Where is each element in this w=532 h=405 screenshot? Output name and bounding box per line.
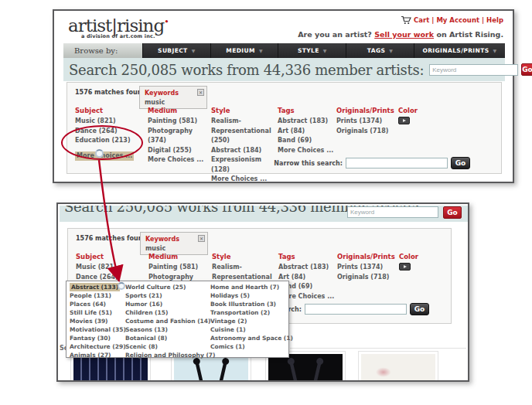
artwork-thumbnail[interactable] — [358, 351, 438, 382]
dropdown-item[interactable]: Seasons (13) — [125, 325, 215, 334]
filter-item[interactable]: Band (69) — [278, 136, 336, 146]
keyword-search-input[interactable] — [347, 206, 438, 218]
filter-item[interactable]: Realism-Representational (250) — [211, 117, 276, 146]
filter-item[interactable]: Music (821) — [75, 117, 143, 127]
tags-more-choices-link[interactable]: More Choices ... — [278, 146, 336, 156]
tags-menu-button[interactable]: TAGS▼ — [346, 43, 414, 58]
dropdown-item[interactable]: Architecture (29) — [70, 342, 126, 351]
cart-icon[interactable] — [401, 15, 411, 25]
filter-item[interactable]: Abstract (184) — [211, 146, 276, 156]
narrow-search-input[interactable] — [346, 158, 448, 168]
color-picker-icon[interactable] — [399, 263, 411, 271]
narrow-go-button[interactable]: Go — [410, 303, 429, 315]
banner-pre: Are you an artist? — [298, 30, 372, 39]
narrow-go-button[interactable]: Go — [451, 157, 470, 169]
help-link[interactable]: Help — [486, 16, 503, 24]
originals-prints-header: Originals/Prints — [336, 107, 398, 114]
dropdown-item[interactable]: Holidays (5) — [210, 291, 293, 300]
style-column: Style Realism-Representational (250) Abs… — [211, 107, 276, 185]
originals-prints-menu-button[interactable]: ORIGINALS/PRINTS▼ — [414, 43, 505, 58]
utility-nav: Cart | My Account | Help — [401, 15, 503, 25]
narrow-search: Narrow this search: Go — [274, 157, 470, 169]
search-go-button[interactable]: Go — [521, 63, 532, 76]
dropdown-item[interactable]: Costume and Fashion (14) — [125, 317, 215, 325]
color-header: Color — [398, 107, 418, 114]
dropdown-item[interactable]: Astronomy and Space (1) — [210, 334, 293, 342]
dropdown-item[interactable]: Religion and Philosophy (7) — [125, 351, 215, 359]
chevron-down-icon: ▼ — [493, 48, 497, 53]
matches-count: 1576 matches found — [75, 89, 146, 96]
filter-item[interactable]: Abstract (183) — [278, 117, 336, 127]
keyword-search-input[interactable] — [429, 64, 518, 76]
nav-separator: | — [431, 16, 434, 24]
loading-spinner-icon — [118, 282, 125, 290]
dropdown-item[interactable]: Cuisine (1) — [210, 325, 293, 334]
dropdown-item[interactable]: People (131) — [70, 291, 126, 300]
style-more-choices-link[interactable]: More Choices ... — [211, 175, 276, 185]
narrow-search-label: Narrow this search: — [274, 160, 343, 167]
filter-item[interactable]: Painting (581) — [148, 263, 213, 273]
close-icon[interactable]: ✕ — [197, 89, 204, 96]
medium-more-choices-link[interactable]: More Choices ... — [148, 155, 213, 165]
dropdown-item[interactable]: Motivational (35) — [70, 325, 126, 334]
subject-header: Subject — [75, 107, 143, 114]
narrow-search-input[interactable] — [305, 304, 407, 315]
subject-header: Subject — [76, 253, 144, 260]
search-go-button[interactable]: Go — [443, 206, 462, 219]
dropdown-item[interactable]: Places (64) — [70, 300, 126, 308]
originals-prints-column: Originals/Prints Prints (1374) Originals… — [336, 107, 398, 136]
dropdown-item[interactable]: Fantasy (30) — [70, 334, 126, 342]
chevron-down-icon: ▼ — [259, 48, 263, 53]
dropdown-item[interactable]: Transportation (2) — [210, 308, 293, 317]
logo: artist|rising• a division of art.com inc… — [68, 13, 169, 39]
subject-menu-button[interactable]: SUBJECT▼ — [142, 43, 210, 58]
dropdown-item[interactable]: Movies (39) — [70, 317, 126, 325]
sell-your-work-link[interactable]: Sell your work — [374, 30, 434, 39]
filter-item[interactable]: Expressionism (128) — [211, 155, 276, 175]
keywords-chip-value: music — [145, 99, 165, 106]
browse-buttons: SUBJECT▼ MEDIUM▼ STYLE▼ TAGS▼ ORIGINALS/… — [142, 43, 505, 58]
filter-item[interactable]: Digital (255) — [148, 146, 213, 156]
medium-menu-button[interactable]: MEDIUM▼ — [210, 43, 278, 58]
filter-item[interactable]: Painting (581) — [148, 117, 213, 127]
filter-item[interactable]: Abstract (183) — [278, 263, 337, 273]
dropdown-item[interactable]: Comics (1) — [210, 342, 293, 351]
clipped-search-bar: Search 250,085 works from 44,336 member … — [60, 206, 468, 222]
dropdown-item-selected[interactable]: Abstract (133) — [70, 283, 120, 291]
subject-more-choices-dropdown: Abstract (133) People (131) Places (64) … — [66, 281, 289, 358]
dropdown-item[interactable]: Sports (21) — [125, 291, 215, 300]
dropdown-item[interactable]: Children (15) — [125, 308, 215, 317]
dropdown-item[interactable]: World Culture (25) — [125, 283, 215, 291]
filter-item[interactable]: Prints (1374) — [337, 263, 399, 273]
dropdown-item[interactable]: Book Illustration (3) — [210, 300, 293, 308]
filter-item[interactable]: Dance (264) — [75, 127, 143, 137]
dropdown-item[interactable]: Still Life (51) — [70, 308, 126, 317]
subject-more-choices-link[interactable]: More Choices ... — [75, 151, 134, 162]
artist-banner: Are you an artist? Sell your work on Art… — [298, 30, 503, 39]
dropdown-item[interactable]: Botanical (8) — [125, 334, 215, 342]
search-headline: Search 250,085 works from 44,336 member … — [69, 62, 424, 78]
filter-item[interactable]: Prints (1374) — [336, 117, 398, 127]
dropdown-item[interactable]: Humor (16) — [125, 300, 215, 308]
my-account-link[interactable]: My Account — [436, 16, 479, 24]
browse-by-label: Browse by: — [63, 43, 142, 58]
dropdown-item[interactable]: Home and Hearth (7) — [210, 283, 293, 291]
filter-item[interactable]: Education (213) — [75, 136, 143, 146]
style-header: Style — [212, 253, 277, 260]
style-menu-button[interactable]: STYLE▼ — [278, 43, 346, 58]
nav-separator: | — [482, 16, 484, 24]
filter-item[interactable]: Music (821) — [76, 263, 144, 273]
logo-text: artist|rising — [68, 15, 164, 36]
filter-item[interactable]: Art (84) — [278, 127, 336, 137]
filter-item[interactable]: Photography (374) — [148, 127, 213, 146]
cart-link[interactable]: Cart — [414, 16, 429, 24]
close-icon[interactable]: ✕ — [198, 235, 205, 242]
color-picker-icon[interactable] — [398, 117, 410, 124]
dropdown-item[interactable]: Vintage (2) — [210, 317, 293, 325]
dropdown-column-1: Abstract (133) People (131) Places (64) … — [70, 283, 126, 359]
dropdown-item[interactable]: Animals (27) — [70, 351, 126, 359]
filter-item[interactable]: Originals (718) — [337, 273, 399, 283]
filter-item[interactable]: Originals (718) — [336, 127, 398, 137]
dropdown-item[interactable]: Scenic (8) — [125, 342, 215, 351]
banner-post: on Artist Rising. — [436, 30, 503, 39]
